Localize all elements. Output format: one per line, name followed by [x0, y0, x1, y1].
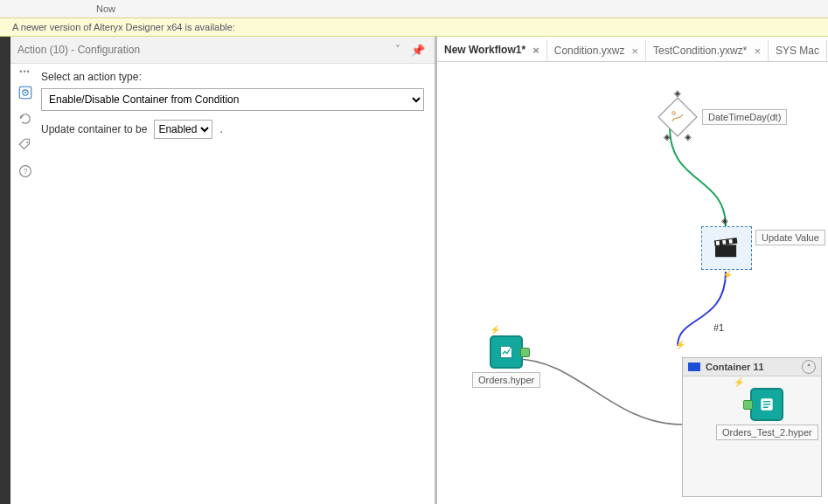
- input-anchor: [743, 400, 753, 410]
- bolt-icon: ⚡: [734, 377, 744, 387]
- input-data-tool[interactable]: ⚡ Orders.hyper: [472, 335, 540, 388]
- condition-tool-label: DateTimeDay(dt): [702, 109, 787, 125]
- svg-point-6: [672, 112, 676, 115]
- configuration-title: Action (10) - Configuration: [17, 44, 140, 56]
- tab-new-workflow1[interactable]: New Workflow1*×: [437, 39, 547, 62]
- sentence-end: .: [219, 123, 222, 135]
- update-notification[interactable]: A newer version of Alteryx Designer x64 …: [0, 17, 828, 37]
- svg-rect-9: [716, 241, 720, 245]
- action-type-dropdown[interactable]: Enable/Disable Container from Condition: [41, 88, 424, 111]
- workflow-canvas[interactable]: DateTimeDay(dt) ⚡ Update Value #1 ⚡ ⚡: [437, 62, 828, 504]
- bolt-icon: ⚡: [675, 340, 685, 349]
- svg-point-2: [24, 92, 25, 93]
- notification-text: A newer version of Alteryx Designer x64 …: [12, 22, 235, 32]
- container-title: Container 11: [706, 362, 764, 372]
- tab-label: SYS Mac: [776, 45, 819, 57]
- output-anchor: [520, 348, 530, 357]
- action-type-label: Select an action type:: [41, 71, 424, 83]
- tool-container-11[interactable]: Container 11 ˄ ⚡ Orders_Test_2.hyper: [682, 357, 822, 497]
- condition-tool[interactable]: [660, 99, 695, 134]
- anchor-f-icon: [684, 132, 692, 141]
- update-container-label: Update container to be: [41, 123, 147, 135]
- svg-rect-11: [728, 239, 732, 244]
- help-icon[interactable]: ?: [16, 162, 35, 181]
- close-icon[interactable]: ×: [631, 45, 638, 58]
- collapse-icon[interactable]: ˅: [393, 44, 403, 56]
- close-icon[interactable]: ×: [532, 44, 539, 57]
- svg-rect-10: [722, 240, 726, 245]
- left-gutter: [0, 37, 10, 504]
- input-data-label: Orders.hyper: [472, 372, 540, 388]
- tag-icon[interactable]: [16, 135, 35, 155]
- bolt-icon: ⚡: [722, 270, 733, 280]
- bolt-icon: ⚡: [490, 325, 500, 335]
- container-chip-icon: [688, 362, 700, 371]
- tab-label: New Workflow1*: [444, 44, 525, 56]
- refresh-icon[interactable]: [16, 109, 35, 128]
- action-tool[interactable]: ⚡ Update Value: [701, 226, 752, 270]
- tab-label: Condition.yxwz: [554, 45, 625, 57]
- tab-testcondition[interactable]: TestCondition.yxwz*×: [646, 40, 769, 61]
- enabled-dropdown[interactable]: Enabled: [154, 120, 212, 139]
- overbar-text: Now: [96, 3, 115, 14]
- config-icon-column: ••• ?: [10, 64, 39, 504]
- close-icon[interactable]: ×: [754, 45, 761, 58]
- more-icon[interactable]: •••: [19, 67, 30, 76]
- svg-text:?: ?: [23, 168, 27, 176]
- connection-label: #1: [713, 322, 724, 333]
- output-data-label: Orders_Test_2.hyper: [716, 425, 818, 440]
- tab-label: TestCondition.yxwz*: [653, 45, 747, 57]
- svg-point-3: [26, 142, 28, 143]
- menu-strip: Now: [0, 0, 828, 17]
- configuration-form: Select an action type: Enable/Disable Co…: [39, 64, 435, 504]
- configuration-header: Action (10) - Configuration ˅ 📌: [10, 37, 435, 64]
- output-data-tool[interactable]: ⚡ Orders_Test_2.hyper: [716, 388, 818, 440]
- action-tool-label: Update Value: [755, 230, 825, 245]
- container-header[interactable]: Container 11 ˄: [683, 358, 821, 376]
- anchor-t-icon: [663, 132, 671, 141]
- anchor-icon: [673, 88, 682, 97]
- pin-icon[interactable]: 📌: [408, 44, 428, 57]
- workflow-tabbar: New Workflow1*× Condition.yxwz× TestCond…: [437, 37, 828, 62]
- anchor-icon: [720, 216, 729, 224]
- tab-condition[interactable]: Condition.yxwz×: [547, 40, 646, 61]
- gear-icon[interactable]: [16, 83, 35, 102]
- collapse-icon[interactable]: ˄: [802, 360, 816, 374]
- canvas-pane: New Workflow1*× Condition.yxwz× TestCond…: [435, 37, 828, 504]
- configuration-pane: Action (10) - Configuration ˅ 📌 •••: [10, 37, 435, 504]
- tab-sys-mac[interactable]: SYS Mac: [769, 40, 827, 61]
- svg-rect-7: [715, 245, 736, 257]
